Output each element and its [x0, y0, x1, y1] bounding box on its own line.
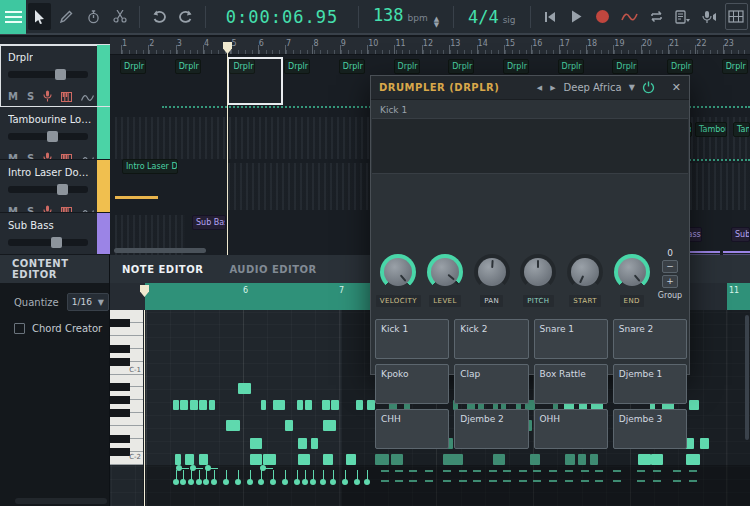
skip-to-start-button[interactable]: [538, 3, 561, 30]
drum-pad-ohh[interactable]: OHH: [534, 409, 608, 449]
preset-name[interactable]: Deep Africa: [564, 82, 622, 93]
drplr-clip[interactable]: Drplr: [558, 59, 584, 74]
track-header-sub-bass[interactable]: Sub BassMS: [0, 213, 110, 255]
midi-note[interactable]: [285, 420, 293, 431]
midi-note[interactable]: [323, 454, 333, 465]
editor-v-scrollbar[interactable]: [745, 315, 749, 440]
undo-button[interactable]: [148, 3, 171, 30]
velocity-dot[interactable]: [196, 479, 202, 485]
velocity-dot[interactable]: [342, 479, 348, 485]
midi-note[interactable]: [190, 400, 198, 410]
track-volume-slider[interactable]: [8, 133, 88, 140]
midi-note[interactable]: [322, 400, 330, 410]
drplr-clip[interactable]: Drplr: [175, 59, 201, 74]
midi-note[interactable]: [590, 454, 598, 465]
track-header-tambourine-loop[interactable]: Tambourine LoopMS: [0, 107, 110, 160]
subbass-clip[interactable]: Sub Bass: [192, 215, 226, 230]
velocity-dot[interactable]: [330, 479, 336, 485]
midi-note[interactable]: [263, 454, 276, 465]
midi-note[interactable]: [375, 454, 389, 465]
midi-note[interactable]: [638, 454, 651, 465]
tambourine-clip[interactable]: Tambo: [733, 122, 750, 137]
track-volume-handle[interactable]: [57, 184, 68, 195]
track-volume-handle[interactable]: [47, 131, 58, 142]
group-minus-button[interactable]: −: [662, 260, 678, 273]
velocity-dot[interactable]: [180, 479, 186, 485]
midi-note[interactable]: [700, 438, 709, 449]
midi-note[interactable]: [173, 400, 179, 410]
drplr-clip[interactable]: Drplr: [722, 59, 748, 74]
preset-next-icon[interactable]: ▶: [550, 84, 556, 92]
velocity-dot[interactable]: [188, 479, 194, 485]
loop-button[interactable]: [645, 3, 668, 30]
velocity-dot[interactable]: [364, 479, 370, 485]
pencil-tool-button[interactable]: [55, 3, 78, 30]
scissors-tool-button[interactable]: [108, 3, 131, 30]
midi-note[interactable]: [689, 400, 699, 410]
midi-note[interactable]: [297, 400, 303, 410]
arrange-playhead[interactable]: [227, 42, 228, 255]
content-panel-scroll-track[interactable]: [15, 498, 107, 504]
midi-note[interactable]: [180, 400, 188, 410]
drplr-clip[interactable]: Drplr: [612, 59, 638, 74]
mute-button[interactable]: M: [8, 91, 18, 102]
menu-button[interactable]: [0, 0, 26, 34]
midi-note[interactable]: [199, 454, 208, 465]
knob-control[interactable]: [518, 252, 558, 292]
piano-keyboard[interactable]: C-1C-2: [110, 310, 143, 465]
tab-note-editor[interactable]: NOTE EDITOR: [122, 264, 203, 275]
black-key[interactable]: [110, 409, 130, 417]
drplr-clip[interactable]: Drplr: [120, 59, 146, 74]
instrument-icon[interactable]: [61, 202, 72, 213]
intro-laser-clip[interactable]: Intro Laser Downli: [122, 159, 178, 174]
midi-note[interactable]: [346, 454, 356, 465]
midi-note[interactable]: [565, 454, 575, 465]
play-button[interactable]: [565, 3, 588, 30]
redo-button[interactable]: [174, 3, 197, 30]
tab-audio-editor[interactable]: AUDIO EDITOR: [229, 264, 316, 275]
record-button[interactable]: [592, 3, 615, 30]
pointer-tool-button[interactable]: [28, 3, 51, 30]
midi-note[interactable]: [323, 420, 336, 431]
time-signature-control[interactable]: 4/4 sig: [460, 7, 524, 27]
drplr-clip[interactable]: Drplr: [284, 59, 310, 74]
velocity-dot[interactable]: [235, 479, 241, 485]
black-key[interactable]: [110, 383, 130, 391]
midi-note[interactable]: [226, 420, 240, 431]
automation-icon[interactable]: [81, 149, 94, 160]
drum-pad-djembe-3[interactable]: Djembe 3: [613, 409, 687, 449]
midi-note[interactable]: [443, 454, 463, 465]
drplr-clip[interactable]: Drplr: [503, 59, 529, 74]
knob-control[interactable]: [565, 252, 605, 292]
black-key[interactable]: [110, 319, 130, 327]
solo-button[interactable]: S: [27, 91, 34, 102]
drum-pad-snare-2[interactable]: Snare 2: [613, 319, 687, 359]
timeline-ruler[interactable]: 1234567891011121314151617181920212223: [110, 37, 750, 55]
solo-button[interactable]: S: [27, 153, 34, 160]
time-display[interactable]: 0:00:06.95: [212, 7, 352, 27]
black-key[interactable]: [110, 396, 130, 404]
velocity-dot[interactable]: [282, 479, 288, 485]
subbass-clip[interactable]: Sub B: [731, 227, 750, 242]
instrument-panel-button[interactable]: [725, 3, 748, 30]
close-icon[interactable]: ✕: [672, 81, 681, 94]
track-header-intro-laser-downl-[interactable]: Intro Laser Downl...MS: [0, 160, 110, 213]
drum-pad-clap[interactable]: Clap: [454, 364, 528, 404]
velocity-dot[interactable]: [294, 479, 300, 485]
instrument-icon[interactable]: [61, 149, 72, 160]
solo-button[interactable]: S: [27, 206, 34, 213]
mic-icon[interactable]: [43, 87, 52, 106]
chord-creator-checkbox[interactable]: [14, 323, 25, 334]
midi-note[interactable]: [356, 400, 363, 410]
drum-pad-chh[interactable]: CHH: [375, 409, 449, 449]
velocity-dot[interactable]: [223, 479, 229, 485]
bpm-control[interactable]: 138 bpm ▲▼: [365, 5, 447, 28]
preset-prev-icon[interactable]: ◀: [537, 84, 543, 92]
quantize-select[interactable]: 1/16 ▼: [67, 293, 109, 311]
instrument-icon[interactable]: [61, 87, 72, 106]
drum-pad-box-rattle[interactable]: Box Rattle: [534, 364, 608, 404]
track-volume-handle[interactable]: [51, 237, 62, 248]
drum-pad-djembe-1[interactable]: Djembe 1: [613, 364, 687, 404]
drum-pad-kick-2[interactable]: Kick 2: [454, 319, 528, 359]
black-key[interactable]: [110, 448, 130, 456]
